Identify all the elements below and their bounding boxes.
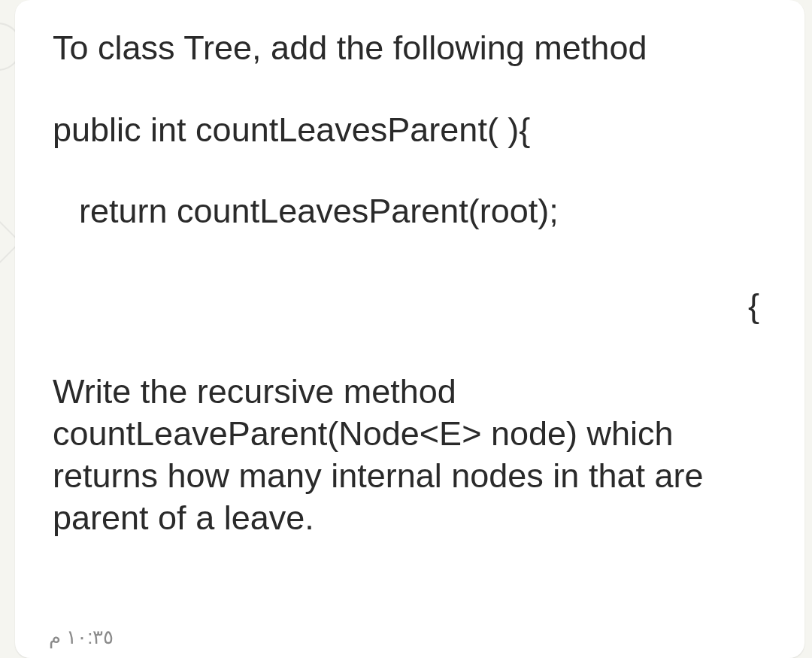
code-method-signature: public int countLeavesParent( ){: [53, 108, 767, 153]
brace-line: {: [53, 287, 767, 326]
message-bubble: To class Tree, add the following method …: [15, 0, 804, 658]
instruction-line-1: To class Tree, add the following method: [53, 26, 767, 71]
message-timestamp: ١٠:٣٥ م: [49, 626, 114, 649]
task-description: Write the recursive method countLeavePar…: [53, 371, 767, 540]
code-return-statement: return countLeavesParent(root);: [53, 190, 767, 234]
